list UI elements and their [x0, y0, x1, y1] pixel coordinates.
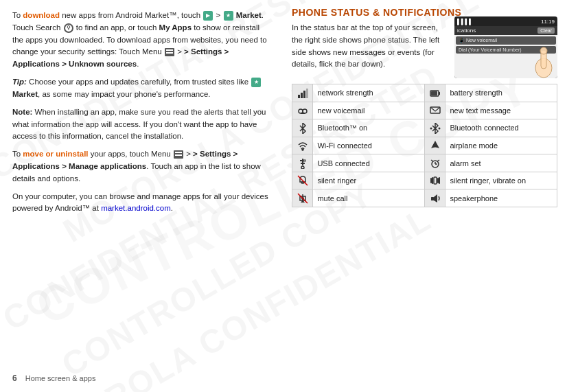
icon-message	[424, 102, 445, 119]
phone-screen: ▌▌▌▌ 11:19 Clear ications 📱 New voicemai…	[454, 16, 557, 78]
para-computer: On your computer, you can browse and man…	[12, 191, 273, 216]
market-icon-2: ★	[251, 78, 261, 87]
label-silent: silent ringer	[313, 172, 425, 189]
label-wifi: Wi-Fi connected	[313, 137, 425, 154]
page-footer: 6 Home screen & apps	[12, 372, 95, 385]
svg-rect-9	[431, 91, 437, 95]
svg-rect-12	[301, 113, 305, 114]
label-voicemail: new voicemail	[313, 102, 425, 119]
tip-market: Market	[12, 90, 38, 98]
notification-table: network strengthbattery strengthnew voic…	[292, 84, 557, 207]
svg-point-2	[540, 47, 547, 54]
table-row: network strengthbattery strength	[292, 84, 557, 102]
icon-vibrate	[424, 172, 445, 189]
market-app-icon: ★	[224, 11, 233, 21]
svg-point-15	[438, 127, 440, 129]
market-icon: ▶	[203, 11, 213, 21]
icon-wifi	[292, 137, 313, 154]
icon-alarm	[424, 154, 445, 172]
svg-rect-4	[301, 93, 303, 98]
svg-point-16	[302, 149, 303, 150]
para-tip: Tip: Choose your apps and updates carefu…	[12, 76, 273, 101]
table-row: Wi-Fi connectedairplane mode	[292, 137, 557, 154]
svg-rect-17	[432, 146, 438, 148]
tip-label: Tip:	[12, 78, 27, 86]
svg-rect-6	[306, 89, 308, 98]
icon-airplane	[424, 137, 445, 154]
page-container: To download new apps from Android Market…	[0, 0, 567, 392]
label-speaker: speakerphone	[445, 189, 557, 207]
svg-rect-37	[431, 197, 434, 200]
notif-area-label: ications	[457, 27, 476, 34]
para-note: Note: When installing an app, make sure …	[12, 106, 273, 143]
label-bluetooth-on: Bluetooth™ on	[313, 119, 425, 137]
footer-text: Home screen & apps	[25, 373, 96, 384]
label-message: new text message	[445, 102, 557, 119]
my-apps-label: My Apps	[159, 23, 192, 32]
note-label: Note:	[12, 108, 32, 116]
icon-bluetooth-on	[292, 119, 313, 137]
move-highlight: move or uninstall	[23, 150, 88, 158]
label-signal-bars: network strength	[313, 84, 425, 102]
para-download: To download new apps from Android Market…	[12, 10, 273, 71]
left-column: To download new apps from Android Market…	[0, 0, 285, 392]
settings-path: > Settings > Applications > Unknown sour…	[12, 47, 229, 68]
label-mute: mute call	[313, 189, 425, 207]
table-row: new voicemailnew text message	[292, 102, 557, 119]
hand-pointer	[530, 44, 557, 78]
svg-rect-3	[298, 95, 300, 98]
svg-rect-22	[303, 160, 305, 161]
table-row: mute callspeakerphone	[292, 189, 557, 207]
svg-rect-30	[434, 177, 437, 184]
label-vibrate: silent ringer, vibrate on	[445, 172, 557, 189]
icon-mute	[292, 189, 313, 207]
label-alarm: alarm set	[445, 154, 557, 172]
icon-voicemail	[292, 102, 313, 119]
market-url-link[interactable]: market.android.com	[101, 204, 171, 212]
phone-notif-area: Clear ications	[454, 26, 557, 35]
status-bar-left: ▌▌▌▌	[457, 19, 473, 25]
svg-rect-5	[303, 91, 305, 98]
icon-speaker	[424, 189, 445, 207]
menu-icon-2	[174, 150, 183, 159]
table-row: Bluetooth™ onBluetooth connected	[292, 119, 557, 137]
icon-signal-bars	[292, 84, 313, 102]
search-icon: ⚲	[64, 23, 73, 33]
table-row: silent ringersilent ringer, vibrate on	[292, 172, 557, 189]
svg-line-29	[298, 176, 308, 185]
label-usb: USB connected	[313, 154, 425, 172]
para-move: To move or uninstall your apps, touch Me…	[12, 148, 273, 185]
status-bar-time: 11:19	[541, 19, 555, 25]
label-airplane: airplane mode	[445, 137, 557, 154]
phone-screenshot: ▌▌▌▌ 11:19 Clear ications 📱 New voicemai…	[454, 16, 557, 78]
clear-button[interactable]: Clear	[537, 27, 555, 34]
icon-bluetooth-connected	[424, 119, 445, 137]
svg-point-14	[430, 127, 432, 129]
phone-status-bar: ▌▌▌▌ 11:19	[454, 16, 557, 26]
table-row: USB connectedalarm set	[292, 154, 557, 172]
svg-rect-19	[301, 163, 305, 164]
svg-point-20	[301, 166, 304, 169]
right-column: PHONE STATUS & NOTIFICATIONS ▌▌▌▌ 11:19 …	[285, 0, 567, 392]
icon-battery	[424, 84, 445, 102]
download-highlight: download	[23, 11, 60, 19]
icon-silent	[292, 172, 313, 189]
menu-icon	[165, 48, 174, 56]
svg-line-27	[437, 160, 439, 161]
svg-rect-21	[300, 160, 302, 161]
label-bluetooth-connected: Bluetooth connected	[445, 119, 557, 137]
svg-line-26	[431, 160, 433, 161]
market-label: Market	[236, 11, 262, 19]
svg-rect-8	[439, 92, 440, 95]
icon-usb	[292, 154, 313, 172]
label-battery: battery strength	[445, 84, 557, 102]
page-number: 6	[12, 372, 17, 385]
